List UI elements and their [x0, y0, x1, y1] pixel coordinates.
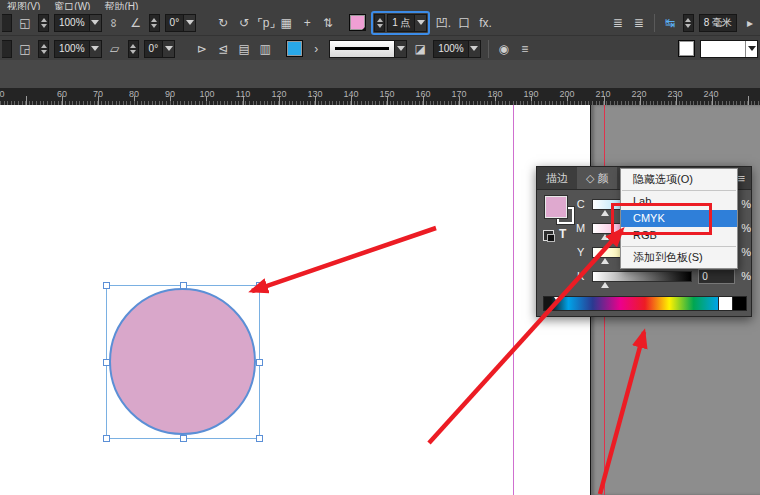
- corner-in-icon[interactable]: 凹.: [435, 16, 451, 30]
- distribute-icon[interactable]: ▦: [278, 16, 294, 30]
- gap-tool-icon[interactable]: ↹: [662, 16, 678, 30]
- toolbar-separator: [654, 14, 655, 32]
- more-options-icon[interactable]: ▸: [742, 16, 758, 30]
- tab-color[interactable]: ◇ 颜: [577, 167, 617, 189]
- selection-handle[interactable]: [180, 435, 187, 442]
- gap-field[interactable]: 8 毫米: [699, 14, 737, 32]
- reference-point-icon[interactable]: ⌜p⌟: [257, 16, 273, 30]
- ruler-label: 120: [271, 89, 286, 99]
- clipped-control[interactable]: [2, 40, 12, 58]
- clipped-control[interactable]: [2, 14, 12, 32]
- chevron-down-icon[interactable]: [183, 15, 195, 31]
- ruler-label: 180: [487, 89, 502, 99]
- tab-stroke[interactable]: 描边: [537, 167, 577, 189]
- constrain-link-icon[interactable]: ∞: [107, 16, 123, 30]
- shear-stepper[interactable]: [128, 40, 139, 58]
- align-paragraph-icon[interactable]: ≣: [610, 16, 626, 30]
- percent-label: %: [741, 246, 751, 258]
- percent-label: %: [741, 270, 751, 282]
- scale-y-stepper[interactable]: [38, 40, 49, 58]
- selection-bounding-box[interactable]: [106, 285, 260, 439]
- menu-separator: [622, 246, 736, 247]
- stroke-weight-value: 1 点: [388, 16, 414, 30]
- flip-vertical-icon[interactable]: ⊴: [215, 42, 231, 56]
- list-options-icon[interactable]: ≡: [517, 42, 533, 56]
- rotation-field[interactable]: 0°: [165, 14, 197, 32]
- scale-y-icon: ◲: [17, 42, 33, 56]
- menu-bar-item[interactable]: 视图(V): [7, 0, 40, 10]
- shear-field[interactable]: 0°: [144, 40, 176, 58]
- ruler-label: 140: [343, 89, 358, 99]
- rotate-cw-icon[interactable]: ↻: [215, 16, 231, 30]
- effects-fx-icon[interactable]: fx.: [477, 16, 493, 30]
- ruler-label: 220: [631, 89, 646, 99]
- selection-handle[interactable]: [256, 359, 263, 366]
- chevron-down-icon[interactable]: [89, 41, 101, 57]
- stroke-style-dropdown[interactable]: [329, 40, 407, 58]
- chevron-down-icon[interactable]: [89, 15, 101, 31]
- target-effect-icon[interactable]: ◉: [496, 42, 512, 56]
- corner-shape-icon[interactable]: 口: [456, 16, 472, 30]
- percent-label: %: [741, 222, 751, 234]
- gap-stepper[interactable]: [683, 14, 694, 32]
- ruler-label: 100: [199, 89, 214, 99]
- white-swatch[interactable]: [718, 297, 732, 310]
- selection-handle[interactable]: [103, 435, 110, 442]
- chevron-down-icon[interactable]: [468, 41, 480, 57]
- flyout-menu-item[interactable]: 隐藏选项(O): [621, 171, 737, 188]
- opacity-field[interactable]: 100%: [433, 40, 481, 58]
- transform-options-icon[interactable]: ▥: [257, 42, 273, 56]
- move-icon[interactable]: +: [299, 16, 315, 30]
- align-vertical-icon[interactable]: ⇅: [320, 16, 336, 30]
- cmyk-spectrum[interactable]: [544, 297, 718, 310]
- rotation-stepper[interactable]: [149, 14, 160, 32]
- scale-x-field[interactable]: 100%: [54, 14, 102, 32]
- opacity-icon: ◪: [412, 42, 428, 56]
- channel-slider[interactable]: [592, 271, 692, 282]
- ramp-marker-icon: [554, 297, 562, 303]
- gap-value: 8 毫米: [700, 16, 736, 30]
- ruler-label: 240: [703, 89, 718, 99]
- selection-handle[interactable]: [256, 435, 263, 442]
- menu-bar-item[interactable]: 窗口(W): [54, 0, 90, 10]
- scale-y-field[interactable]: 100%: [54, 40, 102, 58]
- transform-panel-icon[interactable]: ▤: [236, 42, 252, 56]
- ruler-label: 90: [165, 89, 175, 99]
- swap-arrow-icon[interactable]: ›: [308, 42, 324, 56]
- chevron-down-icon[interactable]: [745, 41, 757, 57]
- panel-menu-button[interactable]: ≡: [737, 172, 745, 185]
- horizontal-ruler[interactable]: 0607080901001101201301401501601701801902…: [0, 88, 760, 106]
- toolbar-row-2: ◲ 100% ▱ 0° ⊳ ⊴ ▤ ▥ › ◪ 100%: [0, 36, 760, 61]
- scale-x-stepper[interactable]: [38, 14, 49, 32]
- slider-handle-icon[interactable]: [601, 258, 609, 264]
- black-swatch[interactable]: [732, 297, 746, 310]
- justify-icon[interactable]: ≣: [631, 16, 647, 30]
- stroke-weight-field[interactable]: 1 点: [387, 14, 427, 32]
- preset-dropdown[interactable]: [700, 40, 758, 58]
- rotation-angle-icon: ∠: [128, 16, 144, 30]
- stroke-weight-stepper[interactable]: [374, 14, 385, 32]
- chevron-down-icon[interactable]: [414, 15, 426, 31]
- fill-proxy-swatch[interactable]: [545, 196, 567, 218]
- menu-separator: [622, 190, 736, 191]
- chevron-down-icon[interactable]: [162, 41, 174, 57]
- color-spectrum-ramp[interactable]: [543, 296, 747, 311]
- slider-handle-icon[interactable]: [601, 210, 609, 216]
- selection-handle[interactable]: [103, 359, 110, 366]
- chevron-down-icon[interactable]: [394, 41, 406, 57]
- tab-color-label: 颜: [597, 171, 608, 186]
- flyout-menu-item[interactable]: 添加到色板(S): [621, 249, 737, 266]
- fill-color-swatch[interactable]: [349, 14, 366, 31]
- slider-handle-icon[interactable]: [601, 234, 609, 240]
- slider-handle-icon[interactable]: [601, 282, 609, 288]
- channel-value-field[interactable]: 0: [698, 269, 735, 284]
- selection-handle[interactable]: [180, 282, 187, 289]
- ruler-label: 60: [57, 89, 67, 99]
- flip-horizontal-icon[interactable]: ⊳: [194, 42, 210, 56]
- stroke-color-swatch[interactable]: [286, 40, 303, 57]
- selection-handle[interactable]: [256, 282, 263, 289]
- selection-handle[interactable]: [103, 282, 110, 289]
- rotate-ccw-icon[interactable]: ↺: [236, 16, 252, 30]
- reference-point-letter: p: [263, 16, 270, 30]
- menu-bar-item[interactable]: 帮助(H): [104, 0, 138, 10]
